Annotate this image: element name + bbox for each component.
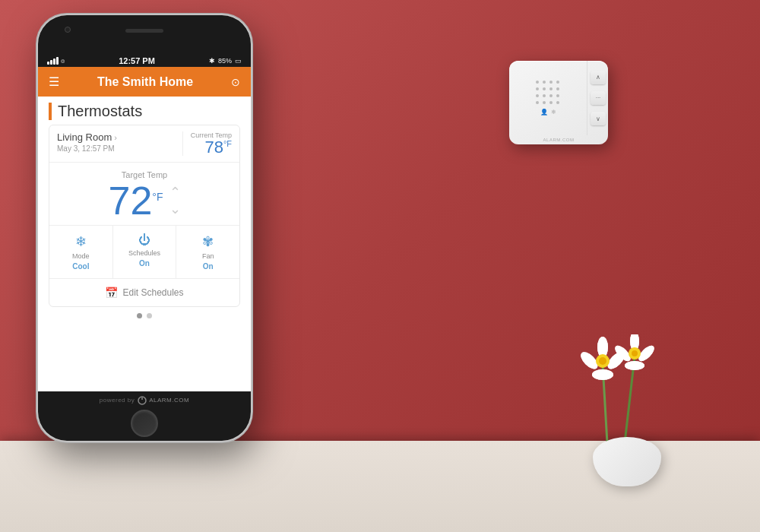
thermostat-mid-btn[interactable]: ··· <box>591 91 606 105</box>
fan-button[interactable]: ✾ Fan On <box>176 226 239 278</box>
schedules-label: Schedules <box>128 249 160 257</box>
page-title: Thermostats <box>58 103 142 120</box>
thermostat-down-btn[interactable]: ∨ <box>591 112 606 125</box>
phone-wrapper: ⌾ 12:57 PM ✱ 85% ▭ ☰ The Smith Home ⊙ Th… <box>38 15 251 471</box>
battery-icon: ▭ <box>235 57 242 65</box>
wifi-icon: ⌾ <box>61 57 65 65</box>
svg-point-11 <box>599 357 606 365</box>
room-divider <box>182 131 183 156</box>
schedules-value: On <box>139 259 150 268</box>
status-time: 12:57 PM <box>119 56 155 65</box>
history-icon[interactable]: ⊙ <box>231 76 240 88</box>
fan-icon: ✾ <box>202 233 214 250</box>
room-name-row[interactable]: Living Room › <box>57 131 175 143</box>
phone-speaker <box>125 29 163 33</box>
target-temp-unit: °F <box>152 191 163 203</box>
target-temp-section: Target Temp 72°F ⌃ ⌄ <box>49 163 239 225</box>
control-buttons-row: ❄ Mode Cool ⏻ Schedules On ✾ Fan On <box>49 225 239 278</box>
app-header: ☰ The Smith Home ⊙ <box>38 67 251 97</box>
room-left: Living Room › May 3, 12:57 PM <box>57 131 175 156</box>
mode-button[interactable]: ❄ Mode Cool <box>49 226 113 278</box>
app-screen: ☰ The Smith Home ⊙ Thermostats Living Ro… <box>38 67 251 391</box>
temp-up-btn[interactable]: ⌃ <box>169 185 181 199</box>
phone-top-bezel <box>38 15 251 55</box>
svg-point-18 <box>625 361 644 370</box>
room-date: May 3, 12:57 PM <box>57 144 175 153</box>
thermostat-status-icons: 👤 ❄ <box>536 109 561 116</box>
dot-2 <box>147 313 152 318</box>
room-info-row: Living Room › May 3, 12:57 PM Current Te… <box>49 125 239 163</box>
thermostat-device: 👤 ❄ ∧ ··· ∨ ALARM.COM <box>509 61 608 144</box>
phone: ⌾ 12:57 PM ✱ 85% ▭ ☰ The Smith Home ⊙ Th… <box>38 15 251 441</box>
thermostat-dot-grid <box>536 81 561 106</box>
bluetooth-icon: ✱ <box>209 57 215 65</box>
edit-schedules-icon: 📅 <box>105 287 118 299</box>
svg-point-21 <box>632 350 638 356</box>
room-name-text: Living Room <box>57 131 112 143</box>
schedules-icon: ⏻ <box>138 233 150 247</box>
room-chevron-icon: › <box>114 133 117 142</box>
thermostat-brand-label: ALARM.COM <box>509 135 608 144</box>
page-dots <box>38 307 251 325</box>
dot-1 <box>137 313 142 318</box>
brand-logo: ALARM.COM <box>138 396 189 405</box>
temp-down-btn[interactable]: ⌄ <box>169 202 181 216</box>
mode-icon: ❄ <box>75 233 87 250</box>
current-temp-section: Current Temp 78°F <box>191 131 232 156</box>
menu-icon[interactable]: ☰ <box>49 74 59 89</box>
home-button[interactable] <box>131 410 158 437</box>
thermostat-buttons: ∧ ··· ∨ <box>587 61 608 135</box>
temp-controls: ⌃ ⌄ <box>169 185 181 216</box>
powered-by-text: powered by <box>100 397 135 404</box>
signal-dots <box>47 57 59 65</box>
svg-point-8 <box>592 369 613 380</box>
flower-vase <box>593 437 661 486</box>
mode-label: Mode <box>72 252 90 260</box>
battery-text: 85% <box>218 57 232 65</box>
thermostat-up-btn[interactable]: ∧ <box>591 71 606 84</box>
target-temp-row: 72°F ⌃ ⌄ <box>109 181 181 220</box>
mode-value: Cool <box>72 262 89 271</box>
current-temp-value: 78°F <box>191 139 232 156</box>
header-title: The Smith Home <box>97 75 193 89</box>
edit-schedules-label: Edit Schedules <box>122 287 183 298</box>
fan-label: Fan <box>202 252 214 260</box>
status-bar: ⌾ 12:57 PM ✱ 85% ▭ <box>38 55 251 67</box>
status-right: ✱ 85% ▭ <box>209 57 242 65</box>
schedules-button[interactable]: ⏻ Schedules On <box>113 226 177 278</box>
fan-value: On <box>203 262 214 271</box>
page-title-section: Thermostats <box>49 103 240 120</box>
phone-camera <box>65 27 71 33</box>
thermostat-card: Living Room › May 3, 12:57 PM Current Te… <box>49 125 240 307</box>
thermostat-display: 👤 ❄ <box>509 61 587 135</box>
vase-container <box>593 437 661 486</box>
current-temp-unit: °F <box>223 139 232 148</box>
target-temp-value: 72°F <box>109 181 163 220</box>
status-left: ⌾ <box>47 57 65 65</box>
phone-bottom-bezel: powered by ALARM.COM <box>38 391 251 441</box>
edit-schedules-row[interactable]: 📅 Edit Schedules <box>49 278 239 306</box>
